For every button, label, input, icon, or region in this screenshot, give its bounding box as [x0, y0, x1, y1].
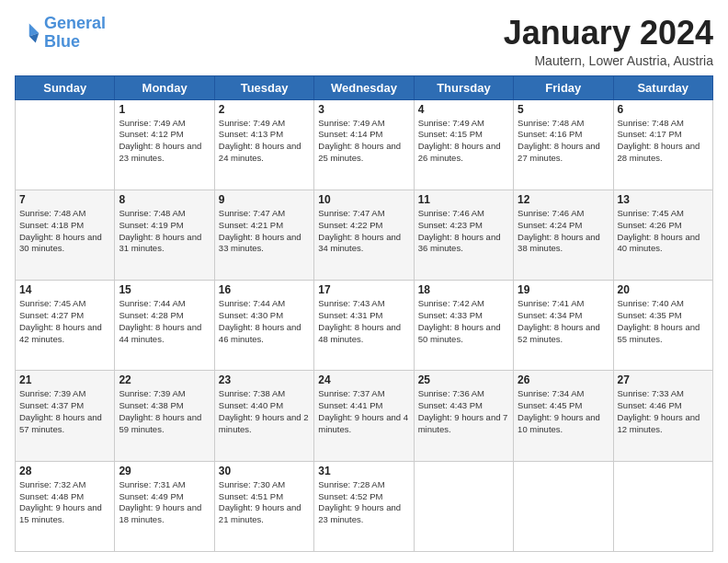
day-number: 3 — [318, 103, 409, 116]
calendar-cell: 28Sunrise: 7:32 AMSunset: 4:48 PMDayligh… — [16, 461, 115, 551]
calendar-cell: 8Sunrise: 7:48 AMSunset: 4:19 PMDaylight… — [115, 190, 214, 280]
cell-info: Sunrise: 7:48 AMSunset: 4:17 PMDaylight:… — [618, 118, 709, 165]
calendar-cell: 14Sunrise: 7:45 AMSunset: 4:27 PMDayligh… — [16, 281, 115, 371]
day-number: 30 — [219, 465, 310, 477]
header-wednesday: Wednesday — [314, 75, 414, 99]
week-row-0: 1Sunrise: 7:49 AMSunset: 4:12 PMDaylight… — [16, 99, 713, 190]
calendar-cell: 23Sunrise: 7:38 AMSunset: 4:40 PMDayligh… — [214, 371, 313, 461]
calendar-cell — [613, 461, 712, 551]
logo: General Blue — [15, 15, 106, 52]
header-friday: Friday — [514, 75, 613, 99]
header-monday: Monday — [115, 75, 214, 99]
calendar-cell: 10Sunrise: 7:47 AMSunset: 4:22 PMDayligh… — [314, 190, 414, 280]
calendar-cell: 20Sunrise: 7:40 AMSunset: 4:35 PMDayligh… — [613, 281, 712, 371]
calendar-cell: 5Sunrise: 7:48 AMSunset: 4:16 PMDaylight… — [514, 99, 613, 190]
day-number: 1 — [119, 103, 210, 116]
week-row-3: 21Sunrise: 7:39 AMSunset: 4:37 PMDayligh… — [16, 371, 713, 461]
header-thursday: Thursday — [414, 75, 513, 99]
day-number: 26 — [518, 373, 609, 386]
logo-icon — [15, 20, 40, 46]
calendar-cell: 7Sunrise: 7:48 AMSunset: 4:18 PMDaylight… — [16, 190, 115, 280]
cell-info: Sunrise: 7:42 AMSunset: 4:33 PMDaylight:… — [418, 298, 509, 345]
header: General Blue January 2024 Mautern, Lower… — [15, 15, 713, 68]
calendar-cell — [414, 461, 513, 551]
calendar-cell: 13Sunrise: 7:45 AMSunset: 4:26 PMDayligh… — [613, 190, 712, 280]
cell-info: Sunrise: 7:48 AMSunset: 4:18 PMDaylight:… — [19, 208, 110, 255]
cell-info: Sunrise: 7:46 AMSunset: 4:24 PMDaylight:… — [518, 208, 609, 255]
cell-info: Sunrise: 7:40 AMSunset: 4:35 PMDaylight:… — [618, 298, 709, 345]
cell-info: Sunrise: 7:47 AMSunset: 4:21 PMDaylight:… — [219, 208, 310, 255]
calendar-cell: 24Sunrise: 7:37 AMSunset: 4:41 PMDayligh… — [314, 371, 414, 461]
calendar-cell: 19Sunrise: 7:41 AMSunset: 4:34 PMDayligh… — [514, 281, 613, 371]
calendar-cell: 29Sunrise: 7:31 AMSunset: 4:49 PMDayligh… — [115, 461, 214, 551]
day-number: 9 — [219, 193, 310, 206]
title-block: January 2024 Mautern, Lower Austria, Aus… — [504, 15, 713, 68]
day-number: 19 — [518, 283, 609, 296]
calendar-cell: 15Sunrise: 7:44 AMSunset: 4:28 PMDayligh… — [115, 281, 214, 371]
day-number: 4 — [418, 103, 509, 116]
calendar-cell — [16, 99, 115, 190]
calendar-cell: 21Sunrise: 7:39 AMSunset: 4:37 PMDayligh… — [16, 371, 115, 461]
header-saturday: Saturday — [613, 75, 712, 99]
day-number: 21 — [19, 373, 110, 386]
day-number: 12 — [518, 193, 609, 206]
day-number: 5 — [518, 103, 609, 116]
cell-info: Sunrise: 7:45 AMSunset: 4:26 PMDaylight:… — [618, 208, 709, 255]
logo-line2: Blue — [44, 32, 80, 51]
cell-info: Sunrise: 7:46 AMSunset: 4:23 PMDaylight:… — [418, 208, 509, 255]
main-title: January 2024 — [504, 15, 713, 52]
cell-info: Sunrise: 7:32 AMSunset: 4:48 PMDaylight:… — [19, 479, 110, 526]
header-tuesday: Tuesday — [214, 75, 313, 99]
weekday-header-row: Sunday Monday Tuesday Wednesday Thursday… — [16, 75, 713, 99]
calendar-table: Sunday Monday Tuesday Wednesday Thursday… — [15, 75, 713, 552]
week-row-2: 14Sunrise: 7:45 AMSunset: 4:27 PMDayligh… — [16, 281, 713, 371]
calendar-cell: 6Sunrise: 7:48 AMSunset: 4:17 PMDaylight… — [613, 99, 712, 190]
day-number: 14 — [19, 283, 110, 296]
day-number: 22 — [119, 373, 210, 386]
cell-info: Sunrise: 7:31 AMSunset: 4:49 PMDaylight:… — [119, 479, 210, 526]
day-number: 13 — [618, 193, 709, 206]
cell-info: Sunrise: 7:43 AMSunset: 4:31 PMDaylight:… — [318, 298, 409, 345]
calendar-cell: 12Sunrise: 7:46 AMSunset: 4:24 PMDayligh… — [514, 190, 613, 280]
calendar-cell — [514, 461, 613, 551]
cell-info: Sunrise: 7:45 AMSunset: 4:27 PMDaylight:… — [19, 298, 110, 345]
logo-text: General Blue — [44, 15, 106, 52]
page: General Blue January 2024 Mautern, Lower… — [0, 0, 728, 563]
week-row-1: 7Sunrise: 7:48 AMSunset: 4:18 PMDaylight… — [16, 190, 713, 280]
day-number: 20 — [618, 283, 709, 296]
day-number: 11 — [418, 193, 509, 206]
day-number: 29 — [119, 465, 210, 477]
day-number: 6 — [618, 103, 709, 116]
day-number: 27 — [618, 373, 709, 386]
calendar-cell: 2Sunrise: 7:49 AMSunset: 4:13 PMDaylight… — [214, 99, 313, 190]
calendar-cell: 26Sunrise: 7:34 AMSunset: 4:45 PMDayligh… — [514, 371, 613, 461]
day-number: 8 — [119, 193, 210, 206]
cell-info: Sunrise: 7:49 AMSunset: 4:14 PMDaylight:… — [318, 118, 409, 165]
day-number: 10 — [318, 193, 409, 206]
subtitle: Mautern, Lower Austria, Austria — [504, 53, 713, 68]
calendar-cell: 17Sunrise: 7:43 AMSunset: 4:31 PMDayligh… — [314, 281, 414, 371]
calendar-cell: 18Sunrise: 7:42 AMSunset: 4:33 PMDayligh… — [414, 281, 513, 371]
cell-info: Sunrise: 7:48 AMSunset: 4:19 PMDaylight:… — [119, 208, 210, 255]
calendar-cell: 22Sunrise: 7:39 AMSunset: 4:38 PMDayligh… — [115, 371, 214, 461]
day-number: 31 — [318, 465, 409, 477]
calendar-cell: 16Sunrise: 7:44 AMSunset: 4:30 PMDayligh… — [214, 281, 313, 371]
week-row-4: 28Sunrise: 7:32 AMSunset: 4:48 PMDayligh… — [16, 461, 713, 551]
calendar-cell: 30Sunrise: 7:30 AMSunset: 4:51 PMDayligh… — [214, 461, 313, 551]
cell-info: Sunrise: 7:49 AMSunset: 4:12 PMDaylight:… — [119, 118, 210, 165]
calendar-cell: 3Sunrise: 7:49 AMSunset: 4:14 PMDaylight… — [314, 99, 414, 190]
cell-info: Sunrise: 7:48 AMSunset: 4:16 PMDaylight:… — [518, 118, 609, 165]
calendar-cell: 27Sunrise: 7:33 AMSunset: 4:46 PMDayligh… — [613, 371, 712, 461]
logo-line1: General — [44, 14, 106, 32]
day-number: 28 — [19, 465, 110, 477]
day-number: 16 — [219, 283, 310, 296]
day-number: 25 — [418, 373, 509, 386]
calendar-cell: 4Sunrise: 7:49 AMSunset: 4:15 PMDaylight… — [414, 99, 513, 190]
cell-info: Sunrise: 7:30 AMSunset: 4:51 PMDaylight:… — [219, 479, 310, 526]
calendar-cell: 1Sunrise: 7:49 AMSunset: 4:12 PMDaylight… — [115, 99, 214, 190]
cell-info: Sunrise: 7:44 AMSunset: 4:28 PMDaylight:… — [119, 298, 210, 345]
cell-info: Sunrise: 7:34 AMSunset: 4:45 PMDaylight:… — [518, 388, 609, 435]
cell-info: Sunrise: 7:38 AMSunset: 4:40 PMDaylight:… — [219, 388, 310, 435]
day-number: 17 — [318, 283, 409, 296]
day-number: 2 — [219, 103, 310, 116]
